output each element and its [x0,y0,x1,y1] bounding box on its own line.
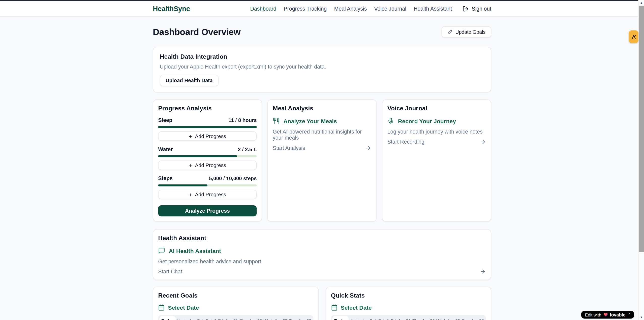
steps-metric: Steps 5,000 / 10,000 steps + Add Progres… [158,175,257,199]
integration-title: Health Data Integration [160,53,484,60]
meal-analysis-title: Meal Analysis [273,105,371,112]
steps-progress-bar [158,184,257,186]
add-steps-progress-button[interactable]: + Add Progress [158,190,257,199]
analyze-your-meals-link[interactable]: Analyze Your Meals [273,117,371,124]
tab-fri-jan-31[interactable]: Fri, Jan 31 [217,316,239,320]
main-nav: Dashboard Progress Tracking Meal Analysi… [250,6,491,12]
edit-with-lovable-badge[interactable]: Edit with lovable × [581,311,634,319]
tab-yesterday[interactable]: Yesterday [349,316,369,320]
water-label: Water [158,146,173,152]
quick-stats-card: Quick Stats Select Date Today Yesterday … [325,286,491,320]
tab-wed-jan-29[interactable]: Wed, Jan 29 [263,316,288,320]
start-recording-action[interactable]: Start Recording [387,139,486,145]
health-assistant-card: Health Assistant AI Health Assistant Get… [153,229,491,280]
water-progress-bar [158,155,257,157]
start-analysis-action[interactable]: Start Analysis [273,145,371,151]
browser-viewport: HealthSync Dashboard Progress Tracking M… [0,0,644,320]
quick-stats-title: Quick Stats [331,292,486,299]
calendar-icon [331,304,338,311]
sleep-metric: Sleep 11 / 8 hours + Add Progress [158,117,257,141]
recent-goals-select-date[interactable]: Select Date [158,304,313,311]
arrow-right-icon [365,145,371,151]
utensils-icon [273,117,280,124]
log-out-icon [463,6,469,12]
scrollbar-thumb[interactable] [639,6,644,252]
app-header: HealthSync Dashboard Progress Tracking M… [0,1,644,17]
tab-tue-jan-28[interactable]: Tue, Jan 28 [288,316,312,320]
integration-description: Upload your Apple Health export (export.… [160,64,484,70]
analyze-progress-button[interactable]: Analyze Progress [158,205,257,216]
progress-analysis-card: Progress Analysis Sleep 11 / 8 hours + A… [153,99,262,222]
tab-sat-feb-1[interactable]: Sat, Feb 1 [369,316,390,320]
tab-today[interactable]: Today [332,316,349,320]
update-goals-button[interactable]: Update Goals [441,26,491,38]
dev-widget-button[interactable] [629,30,638,43]
record-your-journey-link[interactable]: Record Your Journey [387,117,486,124]
sign-out-label: Sign out [472,6,491,12]
progress-analysis-title: Progress Analysis [158,105,257,112]
recent-goals-title: Recent Goals [158,292,313,299]
tab-today[interactable]: Today [159,316,176,320]
sleep-progress-bar [158,126,257,128]
badge-close-icon[interactable]: × [628,311,631,316]
sleep-label: Sleep [158,117,172,123]
voice-journal-description: Log your health journey with voice notes [387,129,486,135]
tab-wed-jan-29[interactable]: Wed, Jan 29 [436,316,461,320]
add-sleep-progress-button[interactable]: + Add Progress [158,131,257,141]
plus-icon: + [189,133,192,139]
nav-item-health-assistant[interactable]: Health Assistant [414,6,452,12]
pencil-icon [447,29,452,35]
quick-stats-select-date[interactable]: Select Date [331,304,486,311]
upload-health-data-button[interactable]: Upload Health Data [160,75,218,86]
scroll-down-arrow[interactable]: ▼ [639,315,644,319]
recent-goals-card: Recent Goals Select Date Today Yesterday… [153,286,319,320]
steps-value: 5,000 / 10,000 steps [209,176,257,181]
health-assistant-title: Health Assistant [158,235,486,242]
scroll-up-arrow[interactable]: ▲ [639,1,644,5]
gradient-heart-icon [603,312,608,317]
page-title: Dashboard Overview [153,27,240,37]
meal-analysis-description: Get AI-powered nutritional insights for … [273,129,371,141]
arrow-right-icon [480,139,486,145]
voice-journal-title: Voice Journal [387,105,486,112]
steps-label: Steps [158,175,173,181]
plus-icon: + [189,163,192,168]
nav-item-progress-tracking[interactable]: Progress Tracking [284,6,327,12]
vertical-scrollbar[interactable]: ▲ ▼ [638,0,644,320]
sign-out-button[interactable]: Sign out [463,6,491,12]
tab-thu-jan-30[interactable]: Thu, Jan 30 [412,316,436,320]
chat-bubble-icon [158,247,165,254]
sleep-value: 11 / 8 hours [228,117,257,123]
calendar-icon [158,304,165,311]
ai-health-assistant-link[interactable]: AI Health Assistant [158,247,486,254]
lambda-logo-icon [631,34,636,40]
tab-tue-jan-28[interactable]: Tue, Jan 28 [461,316,484,320]
tab-yesterday[interactable]: Yesterday [176,316,196,320]
health-data-integration-card: Health Data Integration Upload your Appl… [153,47,491,92]
health-assistant-description: Get personalized health advice and suppo… [158,258,486,264]
microphone-icon [387,117,394,124]
add-water-progress-button[interactable]: + Add Progress [158,161,257,170]
tab-sat-feb-1[interactable]: Sat, Feb 1 [196,316,217,320]
tab-fri-jan-31[interactable]: Fri, Jan 31 [390,316,412,320]
meal-analysis-card: Meal Analysis Analyze Your Meals Get AI-… [267,99,377,222]
tab-thu-jan-30[interactable]: Thu, Jan 30 [239,316,263,320]
recent-goals-date-tabs: Today Yesterday Sat, Feb 1 Fri, Jan 31 T… [158,315,313,320]
plus-icon: + [189,191,192,197]
dashboard-main: Dashboard Overview Update Goals Health D… [153,17,491,320]
nav-item-meal-analysis[interactable]: Meal Analysis [334,6,367,12]
brand-logo[interactable]: HealthSync [153,5,190,13]
nav-item-voice-journal[interactable]: Voice Journal [374,6,406,12]
arrow-right-icon [480,269,486,275]
water-metric: Water 2 / 2.5 L + Add Progress [158,146,257,170]
start-chat-action[interactable]: Start Chat [158,269,486,275]
nav-item-dashboard[interactable]: Dashboard [250,6,277,12]
quick-stats-date-tabs: Today Yesterday Sat, Feb 1 Fri, Jan 31 T… [331,315,486,320]
water-value: 2 / 2.5 L [238,146,257,152]
voice-journal-card: Voice Journal Record Your Journey Log yo… [382,99,491,222]
